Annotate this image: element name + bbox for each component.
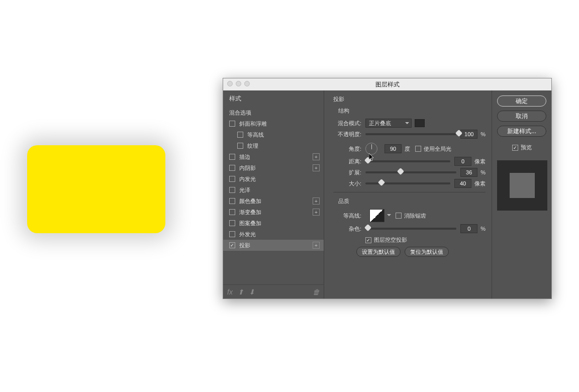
styles-header: 样式	[223, 90, 324, 107]
contour-picker[interactable]	[369, 209, 384, 222]
sidebar-item-label: 光泽	[239, 186, 250, 194]
add-icon[interactable]: +	[313, 198, 320, 205]
noise-field[interactable]: 0	[460, 224, 477, 233]
sidebar-item-2[interactable]: 纹理	[223, 140, 324, 151]
style-checkbox[interactable]	[229, 198, 235, 204]
sidebar-item-label: 内阴影	[239, 164, 256, 172]
sidebar-item-10[interactable]: 外发光	[223, 229, 324, 240]
shadow-color-swatch[interactable]	[415, 119, 425, 127]
opacity-field[interactable]: 100	[460, 130, 477, 139]
structure-label: 结构	[333, 106, 486, 117]
style-checkbox[interactable]	[229, 187, 235, 193]
style-checkbox[interactable]	[229, 220, 235, 226]
preview-box	[497, 160, 547, 211]
dialog-titlebar: 图层样式	[223, 78, 551, 90]
quality-label: 品质	[333, 197, 486, 207]
antialias-label: 消除锯齿	[404, 212, 426, 220]
sidebar-item-label: 投影	[239, 242, 250, 249]
spread-field[interactable]: 36	[460, 168, 477, 177]
minimize-icon[interactable]	[236, 81, 241, 86]
style-checkbox[interactable]	[229, 154, 235, 160]
add-icon[interactable]: +	[313, 153, 320, 160]
style-checkbox[interactable]	[237, 132, 243, 138]
sidebar-item-label: 颜色叠加	[239, 198, 261, 205]
sidebar-item-6[interactable]: 光泽	[223, 184, 324, 195]
spread-slider[interactable]	[365, 171, 456, 173]
ok-button[interactable]: 确定	[497, 95, 546, 107]
global-light-checkbox[interactable]	[415, 146, 421, 152]
knockout-checkbox[interactable]	[365, 237, 371, 243]
sidebar-item-4[interactable]: 内阴影+	[223, 162, 324, 173]
sidebar-item-11[interactable]: 投影+	[223, 240, 324, 251]
sidebar-item-5[interactable]: 内发光	[223, 173, 324, 184]
style-checkbox[interactable]	[229, 121, 235, 127]
chevron-up-icon[interactable]: ⬆	[238, 288, 244, 296]
canvas-yellow-rectangle	[27, 145, 165, 233]
close-icon[interactable]	[227, 81, 233, 86]
distance-slider[interactable]	[365, 160, 450, 162]
sidebar-item-3[interactable]: 描边+	[223, 151, 324, 162]
blend-mode-label: 混合模式:	[333, 120, 361, 127]
sidebar-item-label: 描边	[239, 153, 250, 161]
opacity-slider[interactable]	[365, 133, 456, 135]
preview-checkbox[interactable]	[512, 145, 518, 151]
noise-label: 杂色:	[333, 225, 361, 233]
angle-unit: 度	[405, 145, 410, 153]
angle-dial[interactable]	[365, 143, 377, 155]
sidebar-item-9[interactable]: 图案叠加	[223, 218, 324, 229]
add-icon[interactable]: +	[313, 209, 320, 216]
style-checkbox[interactable]	[229, 231, 235, 237]
fx-icon[interactable]: fx	[227, 288, 233, 296]
sidebar-item-label: 外发光	[239, 231, 256, 238]
size-unit: 像素	[474, 180, 486, 187]
size-slider[interactable]	[365, 182, 450, 184]
right-panel: 确定 取消 新建样式... 预览	[492, 90, 551, 299]
blend-mode-select[interactable]: 正片叠底	[365, 119, 412, 128]
add-icon[interactable]: +	[313, 164, 320, 171]
opacity-unit: %	[480, 131, 486, 137]
style-checkbox[interactable]	[229, 209, 235, 215]
sidebar-item-8[interactable]: 渐变叠加+	[223, 207, 324, 218]
window-controls[interactable]	[227, 81, 250, 86]
panel-title: 投影	[333, 93, 486, 106]
sidebar-item-7[interactable]: 颜色叠加+	[223, 195, 324, 207]
distance-field[interactable]: 0	[454, 157, 471, 166]
add-icon[interactable]: +	[313, 242, 320, 249]
chevron-down-icon[interactable]: ⬇	[249, 288, 255, 296]
options-panel: 投影 结构 混合模式: 正片叠底 不透明度: 100 % 角度: 90 度	[324, 90, 492, 299]
noise-unit: %	[480, 226, 486, 232]
sidebar-item-1[interactable]: 等高线	[223, 129, 324, 140]
sidebar-item-label: 内发光	[239, 175, 256, 183]
style-checkbox[interactable]	[229, 165, 235, 171]
new-style-button[interactable]: 新建样式...	[497, 126, 546, 137]
size-field[interactable]: 40	[454, 179, 471, 188]
knockout-label: 图层挖空投影	[374, 236, 407, 244]
spread-unit: %	[480, 169, 486, 175]
sidebar-item-label: 斜面和浮雕	[239, 120, 267, 128]
sidebar-footer: fx ⬆ ⬇ 🗑	[223, 284, 324, 299]
noise-slider[interactable]	[365, 228, 456, 230]
style-checkbox[interactable]	[229, 176, 235, 182]
antialias-checkbox[interactable]	[396, 213, 402, 219]
sidebar-item-blending[interactable]: 混合选项	[223, 107, 324, 118]
style-checkbox[interactable]	[237, 143, 243, 149]
reset-default-button[interactable]: 复位为默认值	[405, 247, 449, 257]
global-light-label: 使用全局光	[424, 145, 451, 153]
sidebar-item-0[interactable]: 斜面和浮雕	[223, 118, 324, 129]
trash-icon[interactable]: 🗑	[313, 288, 320, 296]
angle-field[interactable]: 90	[384, 144, 402, 153]
size-label: 大小:	[333, 180, 361, 187]
preview-swatch	[510, 173, 535, 198]
distance-unit: 像素	[474, 158, 486, 165]
style-checkbox[interactable]	[229, 242, 235, 248]
sidebar-item-label: 图案叠加	[239, 220, 261, 227]
layer-style-dialog: 图层样式 样式 混合选项 斜面和浮雕等高线纹理描边+内阴影+内发光光泽颜色叠加+…	[223, 78, 552, 299]
dialog-title: 图层样式	[375, 80, 400, 89]
make-default-button[interactable]: 设置为默认值	[356, 247, 401, 257]
zoom-icon[interactable]	[244, 81, 250, 86]
distance-label: 距离:	[333, 158, 361, 165]
opacity-label: 不透明度:	[333, 131, 361, 138]
sidebar-item-label: 纹理	[247, 142, 258, 150]
cancel-button[interactable]: 取消	[497, 111, 546, 122]
angle-label: 角度:	[333, 145, 361, 153]
